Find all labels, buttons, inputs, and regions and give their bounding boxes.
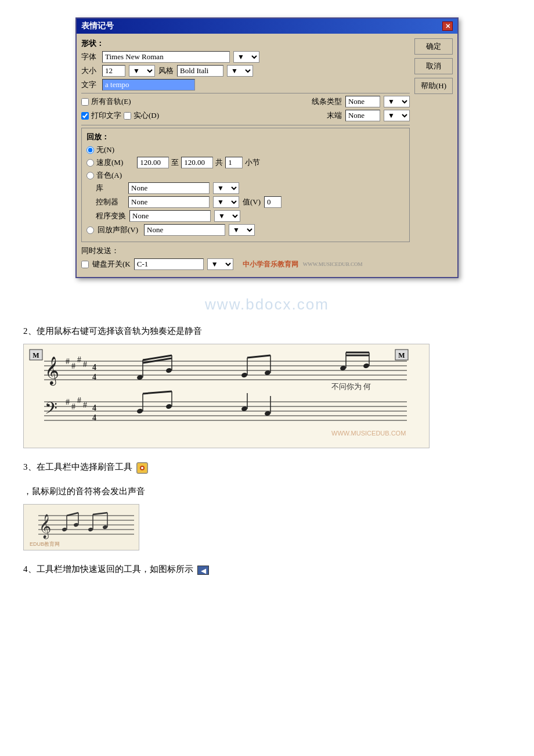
print-text-label: 打印文字	[91, 110, 121, 121]
solid-checkbox[interactable]	[124, 112, 131, 120]
all-tracks-label: 所有音轨(E)	[91, 96, 131, 107]
lib-dropdown[interactable]: ▼	[213, 182, 239, 194]
svg-text:#: #	[77, 355, 81, 364]
ctrl-label: 控制器	[96, 197, 125, 207]
svg-text:𝄞: 𝄞	[39, 514, 51, 539]
font-dropdown[interactable]: ▼	[233, 51, 259, 63]
sheet-music-2: M M 𝄞 # # # # 4 4	[23, 344, 430, 448]
end-dropdown[interactable]: ▼	[384, 110, 410, 121]
speed-radio[interactable]	[86, 159, 94, 167]
svg-text:#: #	[66, 398, 70, 406]
measure-label: 小节	[245, 157, 260, 168]
end-input[interactable]	[345, 110, 380, 121]
svg-text:#: #	[83, 360, 87, 369]
line-type-label: 线条类型	[312, 96, 342, 107]
line-type-input[interactable]	[345, 96, 380, 107]
all-tracks-checkbox[interactable]	[81, 98, 89, 106]
timbre-label: 音色(A)	[96, 170, 122, 181]
none-radio[interactable]	[86, 146, 94, 154]
close-icon[interactable]: ✕	[442, 21, 453, 31]
lib-label: 库	[96, 183, 125, 193]
sheet-svg-2: M M 𝄞 # # # # 4 4	[24, 344, 429, 448]
svg-text:4: 4	[92, 404, 96, 412]
playback-section: 回放： 无(N) 速度(M) 至 共 小节	[81, 128, 410, 242]
keyboard-dropdown[interactable]: ▼	[207, 258, 233, 270]
svg-text:𝄞: 𝄞	[45, 357, 59, 386]
print-text-checkbox[interactable]	[81, 112, 89, 120]
text-input[interactable]	[102, 79, 195, 91]
svg-text:#: #	[66, 357, 70, 366]
section4-text: 4、工具栏增加快速返回的工具，如图标所示 ◀	[23, 562, 511, 576]
style-dropdown[interactable]: ▼	[227, 65, 253, 77]
brush-tool-icon	[136, 462, 148, 474]
svg-text:WWW.MUSICEDUB.COM: WWW.MUSICEDUB.COM	[331, 430, 406, 437]
svg-text:#: #	[71, 362, 75, 370]
line-type-dropdown[interactable]: ▼	[384, 96, 410, 107]
none-radio-row: 无(N)	[86, 145, 405, 155]
none-label: 无(N)	[96, 145, 114, 155]
ctrl-input[interactable]	[128, 196, 210, 208]
value-input[interactable]	[264, 196, 282, 208]
logo-url: WWW.MUSICEDUB.COM	[303, 261, 363, 267]
all-tracks-checkbox-row: 所有音轨(E)	[81, 96, 131, 107]
prog-row: 程序变换 ▼	[96, 210, 405, 222]
prog-input[interactable]	[129, 210, 211, 222]
svg-text:不问你为  何: 不问你为 何	[331, 382, 371, 391]
section2-text: 2、使用鼠标右键可选择该音轨为独奏还是静音	[23, 324, 511, 338]
timbre-radio-row: 音色(A)	[86, 170, 405, 181]
sheet-svg-element-2: M M 𝄞 # # # # 4 4	[24, 344, 429, 448]
dialog-main-content: 形状： 字体 ▼ 大小 ▼ 风格	[81, 38, 410, 272]
dialog-titlebar: 表情记号 ✕	[77, 19, 457, 34]
ctrl-dropdown[interactable]: ▼	[213, 196, 239, 208]
line-type-row: 线条类型 ▼	[312, 96, 410, 107]
svg-text:#: #	[77, 396, 81, 405]
simultaneous-label: 同时发送：	[81, 246, 119, 256]
svg-text:𝄢: 𝄢	[45, 399, 57, 421]
prog-dropdown[interactable]: ▼	[214, 210, 240, 222]
cancel-button[interactable]: 取消	[414, 58, 453, 74]
font-label: 字体	[81, 52, 99, 62]
section2-label: 2、使用鼠标右键可选择该音轨为独奏还是静音	[23, 326, 202, 336]
voice-input[interactable]	[144, 224, 225, 236]
keyboard-checkbox[interactable]	[81, 261, 89, 268]
section3-label1: 3、在工具栏中选择刷音工具	[23, 462, 132, 471]
style-label: 风格	[158, 66, 174, 76]
checkboxes-row: 所有音轨(E) 线条类型 ▼	[81, 96, 410, 107]
text-row: 文字	[81, 79, 410, 91]
size-dropdown[interactable]: ▼	[129, 65, 155, 77]
speed-to-input[interactable]	[181, 157, 213, 168]
dialog-sidebar: 确定 取消 帮助(H)	[414, 38, 453, 272]
speed-radio-row: 速度(M) 至 共 小节	[86, 157, 405, 168]
lib-row: 库 ▼	[96, 182, 405, 194]
ctrl-row: 控制器 ▼ 值(V)	[96, 196, 405, 208]
voice-dropdown[interactable]: ▼	[229, 224, 255, 236]
expression-mark-dialog: 表情记号 ✕ 形状： 字体 ▼ 大小	[75, 17, 459, 278]
ok-button[interactable]: 确定	[414, 38, 453, 55]
style-input[interactable]	[177, 65, 223, 77]
help-button[interactable]: 帮助(H)	[414, 78, 453, 94]
end-row: 末端 ▼	[327, 110, 410, 121]
timbre-radio[interactable]	[86, 172, 94, 179]
svg-text:#: #	[83, 401, 87, 409]
speed-label: 速度(M)	[96, 157, 123, 168]
font-input[interactable]	[102, 51, 230, 63]
shape-section: 形状： 字体 ▼ 大小 ▼ 风格	[81, 38, 410, 121]
svg-text:M: M	[398, 351, 405, 359]
back-icon: ◀	[197, 566, 209, 575]
prog-label: 程序变换	[96, 211, 126, 221]
svg-text:M: M	[33, 351, 39, 359]
end-label: 末端	[327, 110, 342, 121]
size-input[interactable]	[102, 65, 125, 77]
dialog-title: 表情记号	[81, 21, 114, 31]
size-style-row: 大小 ▼ 风格 ▼	[81, 65, 410, 77]
speed-count-input[interactable]	[225, 157, 243, 168]
svg-text:4: 4	[92, 373, 96, 381]
keyboard-label: 键盘开关(K	[92, 259, 131, 269]
total-label: 共	[215, 157, 223, 168]
dialog-body: 形状： 字体 ▼ 大小 ▼ 风格	[77, 34, 457, 277]
speed-from-input[interactable]	[137, 157, 169, 168]
voice-radio[interactable]	[86, 226, 94, 234]
lib-input[interactable]	[128, 182, 210, 194]
keyboard-input[interactable]	[134, 258, 204, 270]
playback-title: 回放：	[86, 132, 405, 142]
